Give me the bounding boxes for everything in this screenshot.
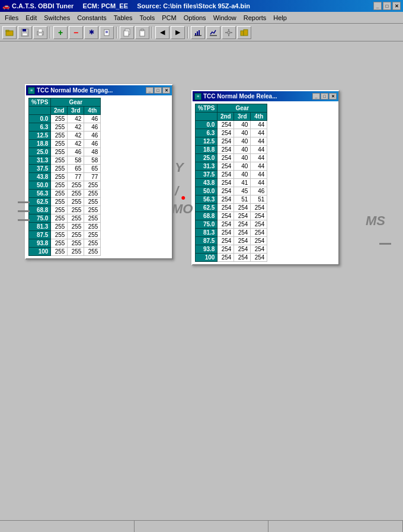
toolbar-back[interactable]: ◀ [155,26,169,39]
table-cell[interactable]: 77 [68,173,84,181]
toolbar-edit[interactable] [100,26,114,39]
table-cell[interactable]: 254 [218,204,234,212]
table-cell[interactable]: 255 [84,206,101,214]
table-cell[interactable]: 255 [84,214,101,223]
table-cell[interactable]: 254 [218,137,234,146]
table-cell[interactable]: 254 [218,179,234,187]
table-cell[interactable]: 255 [51,181,68,190]
table-cell[interactable]: 254 [218,129,234,137]
table-cell[interactable]: 254 [218,254,234,262]
table-cell[interactable]: 255 [68,248,84,256]
table-row-header[interactable]: 100 [196,254,218,262]
table-cell[interactable]: 46 [251,187,267,196]
table-cell[interactable]: 46 [84,115,101,123]
table-cell[interactable]: 254 [234,220,251,229]
table-cell[interactable]: 77 [84,173,101,181]
window1-title-bar[interactable]: ≡ TCC Normal Mode Engag... _ □ ✕ [26,85,172,95]
table-row-header[interactable]: 43.8 [29,173,51,181]
table-cell[interactable]: 254 [234,204,251,212]
toolbar-line-chart[interactable] [206,26,220,39]
toolbar-print[interactable] [33,26,47,39]
table-cell[interactable]: 44 [251,162,267,171]
table-cell[interactable]: 40 [234,154,251,162]
close-button[interactable]: ✕ [392,2,401,10]
table-cell[interactable]: 255 [68,231,84,239]
table-cell[interactable]: 254 [251,245,267,254]
table-row-header[interactable]: 87.5 [29,231,51,239]
table-cell[interactable]: 255 [68,223,84,231]
table-cell[interactable]: 254 [218,121,234,129]
menu-tables[interactable]: Tables [110,14,136,22]
toolbar-forward[interactable]: ▶ [171,26,185,39]
table-cell[interactable]: 65 [84,165,101,173]
table-cell[interactable]: 254 [251,220,267,229]
table-cell[interactable]: 40 [234,171,251,179]
table-row-header[interactable]: 50.0 [29,181,51,190]
table-cell[interactable]: 254 [251,212,267,220]
table-cell[interactable]: 255 [51,231,68,239]
table-cell[interactable]: 40 [234,121,251,129]
toolbar-copy[interactable] [120,26,134,39]
table-row-header[interactable]: 62.5 [29,198,51,206]
menu-tools[interactable]: Tools [136,14,159,22]
toolbar-add[interactable]: + [53,26,68,39]
window1-minimize[interactable]: _ [146,87,153,94]
table-cell[interactable]: 254 [251,254,267,262]
table-row-header[interactable]: 12.5 [196,137,218,146]
table-cell[interactable]: 254 [234,212,251,220]
table-cell[interactable]: 254 [218,229,234,237]
table-cell[interactable]: 255 [68,239,84,248]
menu-options[interactable]: Options [180,14,210,22]
table-cell[interactable]: 254 [218,146,234,154]
table-cell[interactable]: 65 [68,165,84,173]
table-row-header[interactable]: 75.0 [29,214,51,223]
table-cell[interactable]: 44 [251,137,267,146]
table-cell[interactable]: 40 [234,129,251,137]
table-cell[interactable]: 255 [51,156,68,165]
window2-minimize[interactable]: _ [312,93,320,100]
table-cell[interactable]: 254 [218,154,234,162]
table-cell[interactable]: 255 [51,190,68,198]
table-cell[interactable]: 44 [251,146,267,154]
table-cell[interactable]: 255 [68,190,84,198]
table-cell[interactable]: 58 [68,156,84,165]
table-row-header[interactable]: 31.3 [196,162,218,171]
window1-close[interactable]: ✕ [162,87,170,94]
table-cell[interactable]: 255 [51,248,68,256]
table-row-header[interactable]: 12.5 [29,132,51,140]
menu-edit[interactable]: Edit [22,14,40,22]
window2-maximize[interactable]: □ [321,93,328,100]
table-cell[interactable]: 255 [51,132,68,140]
table-row-header[interactable]: 81.3 [196,229,218,237]
table-row-header[interactable]: 75.0 [196,220,218,229]
menu-pcm[interactable]: PCM [158,14,180,22]
toolbar-bar-chart[interactable] [191,26,205,39]
table-cell[interactable]: 255 [84,198,101,206]
table-cell[interactable]: 42 [68,123,84,132]
table-cell[interactable]: 254 [218,196,234,204]
table-cell[interactable]: 44 [251,154,267,162]
table-cell[interactable]: 254 [234,254,251,262]
table-row-header[interactable]: 37.5 [29,165,51,173]
table-cell[interactable]: 51 [251,196,267,204]
table-cell[interactable]: 254 [218,220,234,229]
table-cell[interactable]: 255 [68,206,84,214]
table-cell[interactable]: 255 [84,223,101,231]
menu-help[interactable]: Help [270,14,290,22]
table-cell[interactable]: 48 [84,148,101,156]
maximize-button[interactable]: □ [383,2,391,10]
table-row-header[interactable]: 43.8 [196,179,218,187]
table-cell[interactable]: 255 [51,148,68,156]
table-cell[interactable]: 254 [218,237,234,245]
table-cell[interactable]: 46 [84,140,101,148]
table-row-header[interactable]: 93.8 [196,245,218,254]
table-row-header[interactable]: 100 [29,248,51,256]
table-cell[interactable]: 255 [68,198,84,206]
toolbar-save[interactable] [18,26,32,39]
table-cell[interactable]: 255 [51,198,68,206]
table-cell[interactable]: 255 [84,231,101,239]
table-cell[interactable]: 255 [68,214,84,223]
window1-maximize[interactable]: □ [154,87,162,94]
table-cell[interactable]: 254 [218,245,234,254]
table-row-header[interactable]: 25.0 [196,154,218,162]
